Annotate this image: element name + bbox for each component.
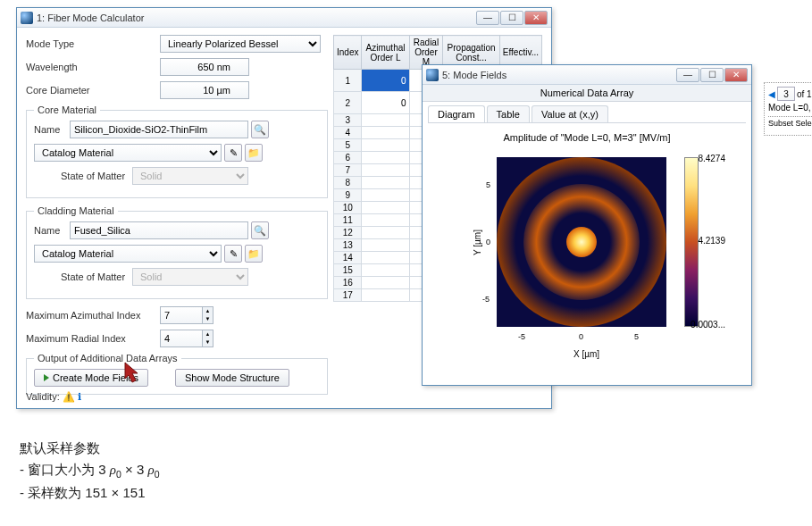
core-diameter-input[interactable] (160, 81, 249, 99)
wavelength-label: Wavelength (26, 62, 160, 72)
state-of-matter-label: State of Matter (34, 171, 132, 181)
mode-fields-window: 5: Mode Fields — ☐ ✕ Numerical Data Arra… (422, 64, 752, 386)
spin-up-icon[interactable]: ▲ (202, 307, 213, 315)
cladding-material-name-input[interactable] (70, 221, 248, 239)
tabs: Diagram Table Value at (x,y) (428, 105, 746, 123)
max-radial-spinner[interactable]: ▲▼ (160, 330, 213, 347)
search-icon[interactable]: 🔍 (251, 221, 269, 239)
wavelength-input[interactable] (160, 58, 249, 76)
window-title: 5: Mode Fields (442, 70, 676, 80)
titlebar[interactable]: 1: Fiber Mode Calculator — ☐ ✕ (17, 8, 551, 28)
edit-icon[interactable]: ✎ (224, 144, 242, 162)
validity-status: Validity: ⚠️ ℹ (26, 391, 81, 403)
mode-type-select[interactable]: Linearly Polarized Bessel (160, 35, 321, 53)
state-of-matter-select: Solid (132, 268, 248, 286)
max-azimuthal-spinner[interactable]: ▲▼ (160, 306, 213, 324)
minimize-button[interactable]: — (676, 68, 699, 82)
colorbar (684, 157, 699, 327)
search-icon[interactable]: 🔍 (251, 121, 269, 138)
output-arrays-group: Output of Additional Data Arrays Create … (26, 353, 328, 395)
max-azimuthal-label: Maximum Azimuthal Index (26, 310, 160, 321)
state-of-matter-select: Solid (132, 167, 248, 185)
spin-up-icon[interactable]: ▲ (202, 330, 213, 338)
colorbar-min: 0.0003... (691, 320, 725, 330)
core-material-name-input[interactable] (70, 121, 248, 138)
show-mode-structure-button[interactable]: Show Mode Structure (175, 369, 289, 387)
app-icon (21, 12, 33, 24)
colorbar-mid: 4.2139 (698, 236, 725, 246)
close-button[interactable]: ✕ (724, 68, 748, 82)
maximize-button[interactable]: ☐ (700, 68, 724, 82)
col-azimuthal[interactable]: Azimuthal Order L (362, 36, 409, 70)
prev-icon[interactable]: ◀ (768, 89, 775, 99)
chart-title: Amplitude of "Mode L=0, M=3" [MV/m] (431, 132, 742, 143)
notes-text: 默认采样参数 - 窗口大小为 3 ρ0 × 3 ρ0 - 采样数为 151 × … (20, 438, 160, 504)
mode-type-label: Mode Type (26, 38, 160, 49)
colorbar-max: 8.4274 (698, 154, 725, 163)
tab-value-at-xy[interactable]: Value at (x,y) (532, 105, 608, 122)
y-axis-label: Y [µm] (473, 230, 482, 255)
spin-down-icon[interactable]: ▼ (202, 315, 213, 323)
max-radial-label: Maximum Radial Index (26, 333, 160, 344)
core-diameter-label: Core Diameter (26, 85, 160, 96)
heatmap-image (497, 157, 666, 327)
x-axis-label: X [µm] (573, 349, 599, 359)
folder-icon[interactable]: 📁 (245, 144, 263, 162)
page-total: of 17 (797, 89, 812, 99)
warning-icon: ⚠️ (63, 391, 75, 402)
output-legend: Output of Additional Data Arrays (34, 353, 181, 363)
name-label: Name (34, 124, 70, 135)
cladding-material-legend: Cladding Material (34, 205, 118, 216)
spin-down-icon[interactable]: ▼ (202, 338, 213, 346)
play-icon (44, 374, 49, 381)
minimize-button[interactable]: — (476, 11, 499, 25)
info-icon[interactable]: ℹ (78, 391, 81, 402)
heatmap-chart[interactable]: 8.4274 4.2139 0.0003... X [µm] Y [µm] -5… (448, 148, 725, 372)
maximize-button[interactable]: ☐ (500, 11, 523, 25)
app-icon (426, 69, 439, 81)
edit-icon[interactable]: ✎ (224, 245, 242, 263)
folder-icon[interactable]: 📁 (245, 245, 263, 263)
close-button[interactable]: ✕ (524, 11, 548, 25)
core-material-legend: Core Material (34, 104, 100, 115)
core-material-group: Core Material Name 🔍 Catalog Material ✎ … (26, 104, 328, 198)
create-mode-fields-button[interactable]: Create Mode Fields (34, 369, 148, 387)
catalog-material-select[interactable]: Catalog Material (34, 245, 222, 263)
window-title: 1: Fiber Mode Calculator (37, 13, 476, 23)
subset-selection[interactable]: Subset Selection (768, 116, 812, 128)
catalog-material-select[interactable]: Catalog Material (34, 144, 222, 162)
mode-label: Mode L=0, M=3 (768, 103, 812, 113)
tab-diagram[interactable]: Diagram (428, 105, 485, 122)
state-of-matter-label: State of Matter (34, 271, 132, 282)
page-input[interactable] (777, 87, 795, 101)
col-index[interactable]: Index (334, 36, 362, 70)
page-inspector: ◀ of 17 ▶ Mode L=0, M=3 Subset Selection (764, 82, 812, 136)
name-label: Name (34, 225, 70, 236)
subheader: Numerical Data Array (423, 85, 751, 102)
titlebar[interactable]: 5: Mode Fields — ☐ ✕ (423, 65, 751, 85)
cladding-material-group: Cladding Material Name 🔍 Catalog Materia… (26, 205, 328, 299)
tab-table[interactable]: Table (487, 105, 530, 122)
